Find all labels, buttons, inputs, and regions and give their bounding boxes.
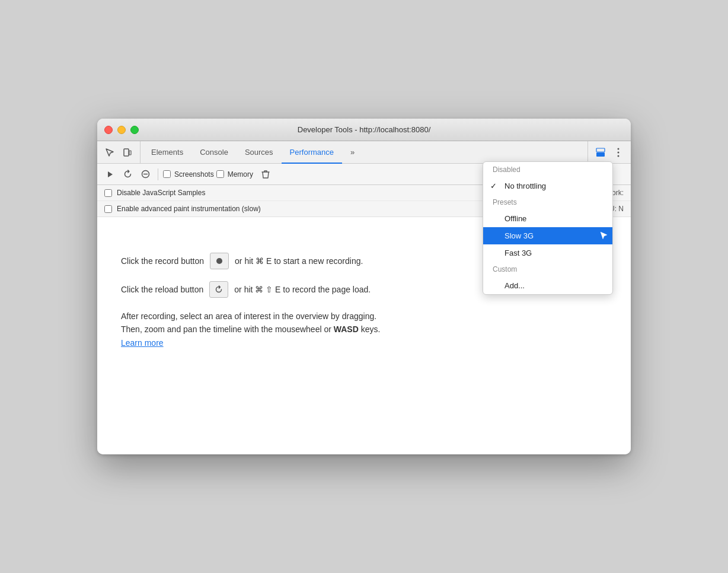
checkmark-icon: ✓ xyxy=(490,182,497,190)
record-instruction-text: Click the record button xyxy=(121,255,204,268)
close-button[interactable] xyxy=(104,126,113,134)
description-text: After recording, select an area of inter… xyxy=(121,310,571,349)
wasd-label: WASD xyxy=(334,324,359,334)
reload-shortcut-text: or hit ⌘ ⇧ E to record the page load. xyxy=(234,284,371,296)
reload-button-inline xyxy=(209,281,228,298)
svg-point-6 xyxy=(618,155,620,157)
toolbar-separator-1 xyxy=(158,168,158,180)
cursor-icon[interactable] xyxy=(102,145,117,160)
tab-bar: Elements Console Sources Performance » xyxy=(97,141,631,164)
more-options-icon[interactable] xyxy=(611,145,626,160)
learn-more-link[interactable]: Learn more xyxy=(121,338,164,348)
memory-checkbox-label[interactable]: Memory xyxy=(216,170,253,179)
record-button[interactable] xyxy=(102,167,117,182)
title-bar: Developer Tools - http://localhost:8080/ xyxy=(97,119,631,141)
tab-elements[interactable]: Elements xyxy=(143,142,191,164)
record-button-inline xyxy=(210,253,229,269)
screenshots-checkbox-label[interactable]: Screenshots xyxy=(163,170,214,179)
trash-icon[interactable] xyxy=(258,167,273,182)
network-throttling-dropdown[interactable]: Disabled ✓ No throttling Presets Offline… xyxy=(483,161,613,295)
device-toolbar-icon[interactable] xyxy=(120,145,135,160)
menu-item-no-throttling[interactable]: ✓ No throttling xyxy=(483,177,612,195)
svg-point-4 xyxy=(618,148,620,149)
svg-marker-7 xyxy=(108,171,113,177)
devtools-window: Developer Tools - http://localhost:8080/… xyxy=(97,119,631,454)
tab-performance[interactable]: Performance xyxy=(282,142,342,164)
reload-instruction-text: Click the reload button xyxy=(121,284,203,296)
reload-record-button[interactable] xyxy=(120,167,135,182)
tab-list: Elements Console Sources Performance » xyxy=(143,141,587,163)
disable-js-checkbox[interactable] xyxy=(104,189,112,197)
clear-button[interactable] xyxy=(138,167,153,182)
dock-icon[interactable] xyxy=(593,145,608,160)
tab-console[interactable]: Console xyxy=(191,142,237,164)
svg-rect-3 xyxy=(596,148,605,152)
tab-bar-actions xyxy=(587,141,626,163)
svg-point-5 xyxy=(618,151,620,153)
svg-rect-0 xyxy=(124,149,129,156)
svg-point-10 xyxy=(216,258,222,264)
menu-item-presets-header: Presets xyxy=(483,195,612,210)
menu-item-fast-3g[interactable]: Fast 3G xyxy=(483,244,612,262)
menu-item-custom-header: Custom xyxy=(483,262,612,277)
memory-checkbox[interactable] xyxy=(216,170,224,178)
menu-item-disabled-header: Disabled xyxy=(483,162,612,177)
traffic-lights xyxy=(104,126,139,134)
record-shortcut-text: or hit ⌘ E to start a new recording. xyxy=(235,255,363,268)
menu-item-slow-3g[interactable]: Slow 3G xyxy=(483,227,612,244)
devtools-nav-icons xyxy=(102,141,141,163)
tab-sources[interactable]: Sources xyxy=(237,142,282,164)
window-title: Developer Tools - http://localhost:8080/ xyxy=(298,125,431,134)
svg-rect-1 xyxy=(129,151,131,155)
maximize-button[interactable] xyxy=(130,126,139,134)
svg-rect-2 xyxy=(596,152,605,157)
advanced-paint-checkbox[interactable] xyxy=(104,205,112,213)
menu-item-offline[interactable]: Offline xyxy=(483,210,612,227)
screenshots-checkbox[interactable] xyxy=(163,170,171,178)
menu-item-add[interactable]: Add... xyxy=(483,277,612,294)
tab-more[interactable]: » xyxy=(342,142,363,164)
minimize-button[interactable] xyxy=(117,126,126,134)
